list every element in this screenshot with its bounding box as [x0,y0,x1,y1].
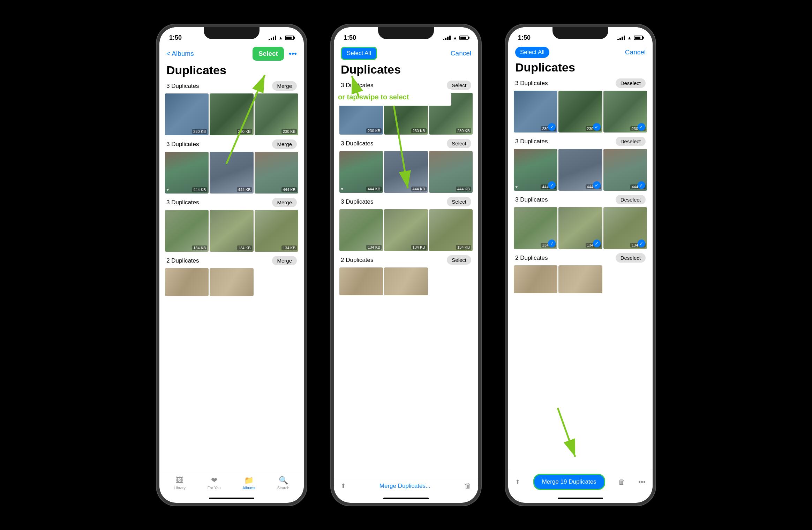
photo-3-3-2: 134 KB ✓ [558,207,602,249]
sz-2-3-3: 134 KB [456,245,471,250]
merge-duplicates-btn-2[interactable]: Merge Duplicates... [379,483,430,490]
photo-1-3-3: 134 KB [255,210,298,252]
back-button-1[interactable]: < Albums [166,50,194,58]
sz-2-2-1: 444 KB [366,187,382,191]
tab-library-1[interactable]: 🖼 Library [174,476,186,490]
dup-count-1-2: 3 Duplicates [166,141,199,148]
share-icon-2: ⬆ [341,482,346,490]
select-btn-2-3[interactable]: Select [447,197,471,206]
photo-2-1-2: 230 KB [384,93,428,135]
cancel-button-3[interactable]: Cancel [625,48,646,56]
search-icon-1: 🔍 [279,476,288,485]
trash-icon-2: 🗑 [464,482,471,490]
merge-btn-1-2[interactable]: Merge [272,139,297,149]
dup-group-3-4: 2 Duplicates Deselect [514,253,647,293]
select-all-button-3[interactable]: Select All [515,47,549,58]
time-3: 1:50 [518,34,531,41]
dup-count-2-3: 3 Duplicates [341,198,374,205]
select-button-1[interactable]: Select [253,47,284,61]
tab-albums-1[interactable]: 📁 Albums [242,476,255,490]
albums-icon-1: 📁 [244,476,254,485]
photo-1-3-1: 134 KB [165,210,209,252]
select-btn-2-4[interactable]: Select [447,255,471,265]
dup-group-2-3: 3 Duplicates Select 134 KB 134 KB 134 KB [339,197,473,251]
tab-foryou-1[interactable]: ❤ For You [208,476,221,490]
dup-group-3-1: 3 Duplicates Deselect 230 KB ✓ 230 KB ✓ [514,78,647,132]
signal-icon-3 [617,35,625,40]
heart-icon-2-2-1: ♥ [341,187,343,191]
signal-icon-1 [269,35,276,40]
photo-3-1-2: 230 KB ✓ [558,91,602,132]
select-btn-2-2[interactable]: Select [447,139,471,148]
sz-2-3-1: 134 KB [366,245,382,250]
photo-1-1-3: 230 KB [255,93,298,135]
select-all-button-2[interactable]: Select All [341,47,377,60]
more-icon-3[interactable]: ••• [638,478,646,486]
home-indicator-3 [558,498,603,499]
heart-icon-1-2-1: ♥ [166,187,169,192]
bottom-bar-3: ⬆ Merge 19 Duplicates 🗑 ••• [508,471,653,495]
dup-group-1-1: 3 Duplicates Merge 230 KB 230 KB 230 KB [165,81,298,135]
status-icons-3: ▲ [617,35,643,40]
sz-2-2-3: 444 KB [456,187,471,191]
photo-2-4-1 [339,267,383,295]
merge-btn-1-4[interactable]: Merge [272,256,297,265]
photo-size-1-1-1: 230 KB [192,129,207,134]
content-1: 3 Duplicates Merge 230 KB 230 KB 230 KB … [159,81,304,473]
photo-2-1-1: 230 KB [339,93,383,135]
photos-row-1-3: 134 KB 134 KB 134 KB [165,210,298,252]
foryou-icon-1: ❤ [211,476,217,485]
merge-btn-1-3[interactable]: Merge [272,198,297,207]
dup-count-3-3: 3 Duplicates [515,196,548,203]
photo-size-1-2-3: 444 KB [281,187,297,192]
check-3-1-2: ✓ [593,123,601,131]
dup-group-3-2: 3 Duplicates Deselect ♥ 444 KB ✓ 444 KB [514,137,647,191]
time-2: 1:50 [344,34,356,41]
merge-19-button[interactable]: Merge 19 Duplicates [533,474,605,490]
photo-size-1-2-1: 444 KB [192,187,207,192]
check-3-3-3: ✓ [638,240,645,247]
deselect-btn-3-4[interactable]: Deselect [616,253,646,263]
home-indicator-2 [383,498,429,499]
photo-1-3-2: 134 KB [210,210,253,252]
photo-size-1-1-2: 230 KB [237,129,252,134]
sz-2-2-2: 444 KB [411,187,427,191]
tab-search-1[interactable]: 🔍 Search [277,476,290,490]
cancel-button-2[interactable]: Cancel [451,50,471,57]
photo-3-1-3: 230 KB ✓ [603,91,647,132]
photos-row-2-2: ♥ 444 KB 444 KB 444 KB [339,151,473,193]
photo-size-1-3-1: 134 KB [192,245,207,250]
photo-3-3-3: 134 KB ✓ [603,207,647,249]
photos-row-3-2: ♥ 444 KB ✓ 444 KB ✓ 444 KB ✓ [514,149,647,191]
deselect-btn-3-3[interactable]: Deselect [616,195,646,204]
more-button-1[interactable]: ••• [289,49,297,58]
nav-bar-1: < Albums Select ••• [159,45,304,63]
photos-row-3-4 [514,265,647,293]
dup-group-2-4: 2 Duplicates Select [339,255,473,295]
merge-btn-1-1[interactable]: Merge [272,81,297,91]
dup-group-3-3: 3 Duplicates Deselect 134 KB ✓ 134 KB ✓ [514,195,647,249]
photo-2-2-2: 444 KB [384,151,428,193]
sz-2-1-1: 230 KB [366,128,382,133]
dup-count-1-3: 3 Duplicates [166,199,199,206]
nav-bar-2: Select All Cancel [334,45,478,63]
photo-size-1-3-2: 134 KB [237,245,252,250]
notch-1 [204,27,260,39]
dup-count-2-2: 3 Duplicates [341,140,374,147]
photo-1-2-1: ♥ 444 KB [165,152,209,194]
photos-row-2-3: 134 KB 134 KB 134 KB [339,209,473,251]
dup-count-2-4: 2 Duplicates [341,257,374,264]
dup-group-1-2: 3 Duplicates Merge ♥ 444 KB 444 KB 444 K… [165,139,298,194]
select-btn-2-1[interactable]: Select [447,81,471,90]
library-icon-1: 🖼 [176,476,183,485]
deselect-btn-3-2[interactable]: Deselect [616,137,646,146]
photo-1-4-2 [210,268,253,296]
check-3-3-2: ✓ [593,240,601,247]
battery-icon-2 [459,36,468,40]
page-title-3: Duplicates [508,61,653,78]
photos-row-1-1: 230 KB 230 KB 230 KB [165,93,298,135]
photos-row-1-2: ♥ 444 KB 444 KB 444 KB [165,152,298,194]
sz-2-1-2: 230 KB [411,128,427,133]
phone-1: 1:50 ▲ < Albums [157,24,307,506]
deselect-btn-3-1[interactable]: Deselect [616,78,646,88]
